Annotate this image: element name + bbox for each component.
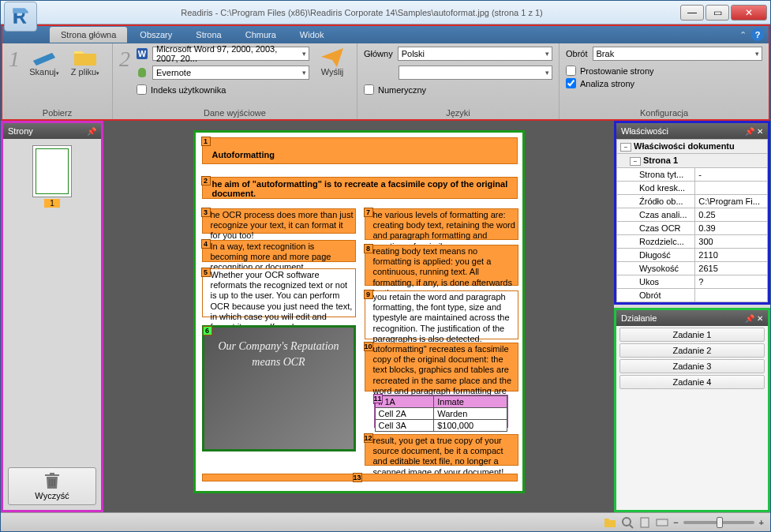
group-label-retrieve: Pobierz xyxy=(9,107,106,119)
rotation-label: Obrót xyxy=(566,49,588,58)
main-language-combo[interactable]: Polski xyxy=(398,47,552,61)
minimize-button[interactable]: — xyxy=(680,5,704,21)
page-analysis-checkbox[interactable]: Analiza strony xyxy=(566,78,762,88)
deskew-checkbox[interactable]: Prostowanie strony xyxy=(566,66,762,76)
zone-5[interactable]: 5Whether your OCR software reformats the… xyxy=(202,268,356,317)
property-row[interactable]: Czas OCR0.39 xyxy=(617,222,768,235)
clear-button[interactable]: Wyczyść xyxy=(8,467,96,505)
svg-rect-4 xyxy=(657,519,668,526)
group-label-languages: Języki xyxy=(364,107,552,119)
evernote-icon xyxy=(137,67,148,78)
group-label-config: Konfiguracja xyxy=(566,107,762,119)
zone-12[interactable]: 12result, you get a true copy of your so… xyxy=(365,434,518,466)
zone-9[interactable]: 9you retain the word and paragraph forma… xyxy=(365,290,518,339)
format-combo[interactable]: Microsoft Word 97, 2000, 2003, 2007, 20.… xyxy=(152,47,309,61)
user-index-checkbox[interactable]: Indeks użytkownika xyxy=(137,84,309,95)
close-button[interactable]: ✕ xyxy=(731,5,767,21)
zone-13[interactable]: 13 xyxy=(202,474,518,481)
folder-icon xyxy=(73,47,98,67)
thumbnail-number: 1 xyxy=(44,199,60,208)
open-folder-icon[interactable] xyxy=(604,516,616,529)
pin-icon[interactable]: 📌 xyxy=(87,127,96,136)
zone-11-table[interactable]: 11 ll 1AInmate Cell 2AWarden Cell 3A$100… xyxy=(374,395,508,428)
page-canvas: 1Autoformatting 2he aim of "autoformatti… xyxy=(193,130,525,493)
ribbon: 1 Skanuj▾ Z pliku▾ Pobierz 2 W Microsof xyxy=(1,43,770,121)
pin-icon[interactable]: 📌 ✕ xyxy=(745,127,763,136)
property-row[interactable]: Ukos? xyxy=(617,275,768,289)
ribbon-group-retrieve: 1 Skanuj▾ Z pliku▾ Pobierz xyxy=(2,43,113,119)
zone-10[interactable]: 10utoformatting" recreates a facsimile c… xyxy=(365,343,518,392)
zoom-out-button[interactable]: − xyxy=(673,518,678,527)
zone-6-image[interactable]: 6Our Company's Reputation means OCR xyxy=(202,325,356,451)
tab-view[interactable]: Widok xyxy=(289,27,335,43)
ribbon-group-output: 2 W Microsoft Word 97, 2000, 2003, 2007,… xyxy=(113,43,357,119)
tab-cloud[interactable]: Chmura xyxy=(234,27,287,43)
send-button[interactable]: Wyślij xyxy=(314,47,350,77)
scanner-icon xyxy=(32,47,57,67)
property-row[interactable]: Wysokość2615 xyxy=(617,262,768,275)
zoom-in-button[interactable]: + xyxy=(759,518,764,527)
fit-width-icon[interactable] xyxy=(656,516,668,529)
zone-4[interactable]: 4In a way, text recognition is becoming … xyxy=(202,240,356,262)
main-area: Strony 📌 1 Wyczyść 1Autoformatting 2he a… xyxy=(1,121,770,512)
action-item[interactable]: Zadanie 4 xyxy=(619,375,765,389)
from-file-button[interactable]: Z pliku▾ xyxy=(67,47,103,77)
property-row[interactable]: Kod kresk... xyxy=(617,182,768,195)
fit-page-icon[interactable] xyxy=(638,516,651,529)
action-item[interactable]: Zadanie 3 xyxy=(619,359,765,373)
pin-icon[interactable]: 📌 ✕ xyxy=(745,314,763,323)
group-label-output: Dane wyjściowe xyxy=(119,107,350,119)
action-item[interactable]: Zadanie 1 xyxy=(619,328,765,342)
right-panels: Właściwości 📌 ✕ −Właściwości dokumentu −… xyxy=(614,121,770,512)
pages-panel-header: Strony 📌 xyxy=(3,123,101,139)
zone-8[interactable]: 8reating body text means no formatting i… xyxy=(365,245,518,286)
zoom-icon[interactable] xyxy=(621,516,634,529)
step-2-icon: 2 xyxy=(119,47,130,72)
action-item[interactable]: Zadanie 2 xyxy=(619,343,765,358)
svg-text:W: W xyxy=(138,49,147,58)
tab-zones[interactable]: Obszary xyxy=(129,27,183,43)
help-button[interactable]: ? xyxy=(751,28,764,41)
destination-combo[interactable]: Evernote xyxy=(152,66,309,80)
rotation-combo[interactable]: Brak xyxy=(593,47,762,61)
app-window: Readiris - C:\Program Files (x86)\Readir… xyxy=(0,0,771,532)
actions-panel: Działanie 📌 ✕ Zadanie 1Zadanie 2Zadanie … xyxy=(614,308,770,512)
properties-grid: −Właściwości dokumentu −Strona 1 Strona … xyxy=(616,139,768,302)
zone-7[interactable]: 7he various levels of formatting are: cr… xyxy=(365,208,518,240)
property-row[interactable]: Rozdzielc...300 xyxy=(617,235,768,249)
ribbon-group-config: Obrót Brak Prostowanie strony Analiza st… xyxy=(560,43,769,119)
app-menu-button[interactable] xyxy=(4,2,37,32)
word-icon: W xyxy=(137,48,148,59)
document-view[interactable]: 1Autoformatting 2he aim of "autoformatti… xyxy=(103,121,614,512)
step-1-icon: 1 xyxy=(9,47,20,72)
zone-2-subtitle[interactable]: 2he aim of "autoformatting" is to recrea… xyxy=(202,177,518,199)
numeric-checkbox[interactable]: Numeryczny xyxy=(364,84,552,95)
send-icon xyxy=(320,47,345,67)
property-row[interactable]: Strona tyt...- xyxy=(617,168,768,182)
secondary-language-combo[interactable] xyxy=(399,66,552,80)
property-row[interactable]: Długość2110 xyxy=(617,249,768,262)
property-row[interactable]: Źródło ob...C:\Program Fi... xyxy=(617,195,768,208)
page-thumbnail[interactable] xyxy=(32,145,72,197)
actions-header: Działanie 📌 ✕ xyxy=(616,310,768,326)
scan-button[interactable]: Skanuj▾ xyxy=(26,47,62,77)
collapse-ribbon-icon[interactable]: ⌃ xyxy=(739,30,747,40)
property-row[interactable]: Obrót xyxy=(617,289,768,302)
statusbar: − + xyxy=(1,512,770,531)
ribbon-tabstrip: Strona główna Obszary Strona Chmura Wido… xyxy=(1,24,770,43)
tab-page[interactable]: Strona xyxy=(185,27,232,43)
property-row[interactable]: Czas anali...0.25 xyxy=(617,208,768,222)
main-language-label: Główny xyxy=(364,49,393,58)
tab-home[interactable]: Strona główna xyxy=(50,27,127,43)
pages-panel: Strony 📌 1 Wyczyść xyxy=(1,121,103,512)
window-title: Readiris - C:\Program Files (x86)\Readir… xyxy=(43,8,680,17)
zoom-slider[interactable] xyxy=(683,521,754,524)
zone-3[interactable]: 3he OCR process does more than just reco… xyxy=(202,208,356,234)
maximize-button[interactable]: ▭ xyxy=(706,5,729,21)
titlebar: Readiris - C:\Program Files (x86)\Readir… xyxy=(1,1,770,24)
ribbon-group-languages: Główny Polski Numeryczny Języki xyxy=(357,43,560,119)
zone-1-title[interactable]: 1Autoformatting xyxy=(202,137,518,164)
svg-point-2 xyxy=(623,518,631,526)
properties-panel: Właściwości 📌 ✕ −Właściwości dokumentu −… xyxy=(614,121,770,305)
thumbnail-list: 1 xyxy=(3,139,101,463)
